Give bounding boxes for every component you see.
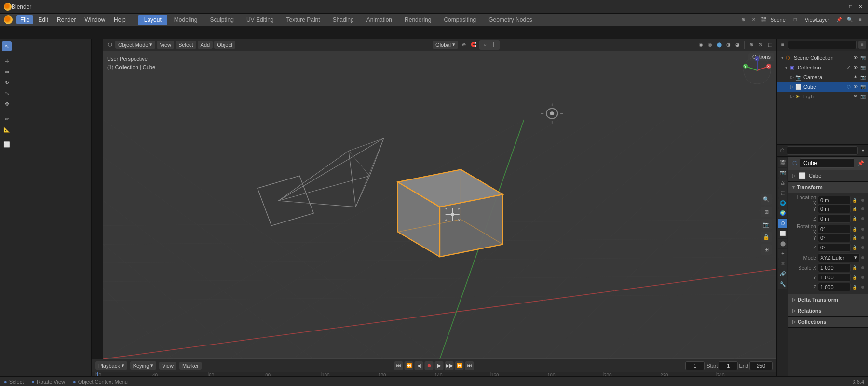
tab-compositing[interactable]: Compositing [438,15,482,25]
blender-icon[interactable] [4,15,13,24]
tab-geometry-nodes[interactable]: Geometry Nodes [483,15,538,25]
orientation-dropdown[interactable]: Global ▾ [433,41,458,49]
snap-icon[interactable]: 🧲 [470,41,477,49]
next-frame-btn[interactable]: ▶▶ [445,361,454,370]
tab-layout[interactable]: Layout [138,15,167,25]
col-visibility-icon[interactable]: ✓ [845,65,852,71]
viewport-solid-icon[interactable]: ⬤ [715,41,723,49]
col-render-icon[interactable]: 👁 [853,65,859,71]
props-mode-icon[interactable]: ▾ [859,147,867,154]
rotation-x-dot[interactable] [861,228,864,231]
jump-to-start-btn[interactable]: ⏮ [394,361,403,370]
rotation-x-field[interactable]: 0° [818,225,851,234]
outliner-search-input[interactable] [788,41,857,49]
current-frame-field[interactable]: 1 [685,361,705,370]
view-all-btn[interactable]: ⊞ [761,244,772,255]
menu-render[interactable]: Render [53,15,80,24]
object-menu-btn[interactable]: Object [214,41,235,49]
location-z-lock[interactable]: 🔒 [852,216,860,221]
rotation-y-lock[interactable]: 🔒 [852,235,860,240]
props-search-input[interactable] [787,146,858,155]
tree-item-scene-collection[interactable]: ▾ ⬡ Scene Collection 👁 📷 [777,53,868,63]
annotate-btn[interactable]: ✏ [2,114,12,124]
viewport-3d[interactable]: User Perspective (1) Collection | Cube O… [103,51,776,359]
transform-header[interactable]: ▾ Transform [788,182,868,193]
scale-z-lock[interactable]: 🔒 [852,285,860,290]
menu-file[interactable]: File [16,15,33,24]
props-world-icon[interactable]: 🌍 [778,208,787,218]
location-y-field[interactable]: 0 m [818,205,851,213]
tree-item-cube[interactable]: ▷ ⬜ Cube ⬡ 👁 📷 [777,82,868,92]
viewport-shade2-icon[interactable]: ◎ [706,41,714,49]
menu-help[interactable]: Help [110,15,130,24]
props-constraints-icon[interactable]: 🔗 [778,269,787,279]
props-viewlayer-icon[interactable]: ⬚ [778,188,787,198]
search-icon[interactable]: 🔍 [846,16,854,24]
rotation-x-lock[interactable]: 🔒 [852,227,860,232]
cam-visibility-icon[interactable]: 👁 [853,74,859,81]
overlay-icon[interactable]: ⊙ [757,41,764,49]
outliner-filter-btn[interactable]: ≡ [858,41,866,49]
scale-y-field[interactable]: 1.000 [818,273,851,282]
rotation-z-lock[interactable]: 🔒 [852,245,860,250]
measure-btn[interactable]: 📐 [2,124,12,134]
end-frame-field[interactable]: 250 [749,361,773,370]
props-object-icon[interactable]: ⬡ [778,219,787,228]
filter-icon[interactable]: ≡ [856,16,864,24]
scale-x-field[interactable]: 1.000 [818,263,851,272]
prev-keyframe-btn[interactable]: ⏪ [405,361,413,370]
rotation-mode-dropdown[interactable]: XYZ Euler ▾ [818,253,860,262]
light-visibility-icon[interactable]: 👁 [853,94,859,100]
viewport-material-icon[interactable]: ◑ [724,41,732,49]
delta-transform-header[interactable]: ▷ Delta Transform [788,294,868,305]
tab-rendering[interactable]: Rendering [399,15,437,25]
rotate-btn[interactable]: ↻ [2,78,12,87]
location-z-dot[interactable] [861,217,864,220]
zoom-extents-btn[interactable]: ⊠ [761,207,772,217]
lock-camera-btn[interactable]: 🔒 [761,232,772,242]
scale-x-lock[interactable]: 🔒 [852,265,860,270]
tree-item-collection[interactable]: ▾ ▣ Collection ✓ 👁 📷 [777,63,868,72]
viewport-render-icon[interactable]: ◕ [733,41,741,49]
menu-window[interactable]: Window [81,15,109,24]
menu-edit[interactable]: Edit [34,15,52,24]
location-x-lock[interactable]: 🔒 [852,198,860,203]
xray-icon[interactable]: ⬚ [766,41,773,49]
props-mesh-icon[interactable]: ⬜ [778,229,787,238]
play-btn[interactable]: ▶ [435,361,444,370]
next-keyframe-btn[interactable]: ⏩ [455,361,464,370]
scale-y-dot[interactable] [861,276,864,279]
proportional-icon[interactable]: ○ [481,41,489,49]
rotation-y-field[interactable]: 0° [818,234,851,242]
rotation-mode-dot[interactable] [861,256,864,259]
outliner-editor-icon[interactable]: ≡ [779,41,787,49]
pivot-icon[interactable]: ⊕ [460,41,468,49]
tree-item-camera[interactable]: ▷ 📷 Camera 👁 📷 [777,72,868,82]
scale-y-lock[interactable]: 🔒 [852,275,860,280]
scale-z-dot[interactable] [861,286,864,289]
tab-uv-editing[interactable]: UV Editing [241,15,280,25]
object-name-field[interactable]: Cube [800,158,854,168]
view-btn[interactable]: View [159,362,176,370]
cam-render-icon[interactable]: 📷 [860,74,866,81]
jump-to-end-btn[interactable]: ⏭ [465,361,474,370]
rotation-y-dot[interactable] [861,236,864,239]
rotation-z-dot[interactable] [861,246,864,249]
props-scene2-icon[interactable]: 🌐 [778,198,787,208]
transform-btn[interactable]: ✤ [2,99,12,109]
start-frame-field[interactable]: 1 [719,361,738,370]
pin-icon[interactable]: 📌 [835,16,843,24]
navigation-gizmo[interactable]: X Y Z [743,56,772,85]
marker-btn[interactable]: Marker [179,362,202,370]
object-mode-dropdown[interactable]: Object Mode ▾ [115,41,155,49]
location-z-field[interactable]: 0 m [818,214,851,223]
tab-sculpting[interactable]: Sculpting [204,15,240,25]
move-btn[interactable]: ⇔ [2,67,12,77]
props-output-icon[interactable]: 🖨 [778,178,787,188]
select-tool-btn[interactable]: ↖ [2,41,12,51]
delete-icon[interactable]: ✕ [750,16,758,24]
scale-x-dot[interactable] [861,266,864,269]
col-camera-icon[interactable]: 📷 [860,65,866,71]
view-menu-btn[interactable]: View [157,41,174,49]
maximize-button[interactable]: □ [847,3,854,11]
